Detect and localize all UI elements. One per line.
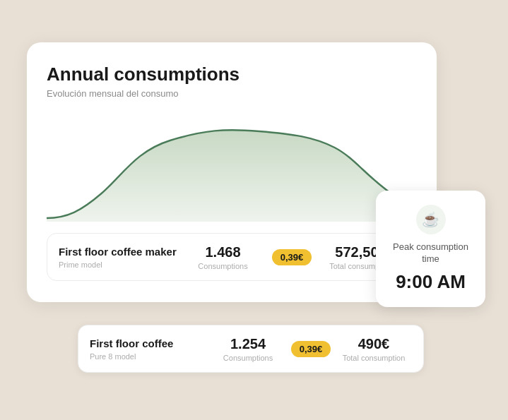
peak-card: ☕ Peak consumption time 9:00 AM (376, 191, 485, 307)
device-2-consumptions-value: 1.254 (210, 335, 286, 352)
device-1-name-block: First floor coffee maker Prime model (59, 245, 179, 269)
device-1-consumptions: 1.468 Consumptions (179, 244, 267, 270)
card-title: Annual consumptions (47, 64, 417, 85)
device-2-price-badge: 0,39€ (291, 341, 331, 357)
peak-label: Peak consumption time (391, 241, 470, 265)
peak-time: 9:00 AM (391, 271, 470, 293)
chart-area (47, 109, 417, 222)
card-subtitle: Evolución mensual del consumo (47, 88, 417, 99)
device-2-consumptions: 1.254 Consumptions (210, 335, 286, 362)
device-row-1: First floor coffee maker Prime model 1.4… (47, 233, 417, 281)
device-1-price-badge: 0,39€ (272, 249, 312, 265)
device-2-total-value: 490€ (336, 335, 412, 352)
device-2-consumptions-label: Consumptions (210, 354, 286, 362)
peak-icon: ☕ (416, 205, 446, 234)
device-2-price: 0,39€ (286, 341, 336, 357)
device-1-consumptions-label: Consumptions (179, 262, 267, 270)
device-1-name: First floor coffee maker (59, 245, 179, 259)
device-2-model: Pure 8 model (90, 352, 210, 361)
device-1-model: Prime model (59, 260, 179, 269)
main-card: Annual consumptions Evolución mensual de… (27, 42, 437, 302)
device-2-name: First floor coffee (90, 337, 210, 351)
device-2-total-label: Total consumption (336, 354, 412, 362)
device-row-2: First floor coffee Pure 8 model 1.254 Co… (78, 325, 424, 373)
device-2-total: 490€ Total consumption (336, 335, 412, 362)
device-2-name-block: First floor coffee Pure 8 model (90, 337, 210, 361)
device-1-consumptions-value: 1.468 (179, 244, 267, 260)
device-1-price: 0,39€ (267, 249, 317, 265)
